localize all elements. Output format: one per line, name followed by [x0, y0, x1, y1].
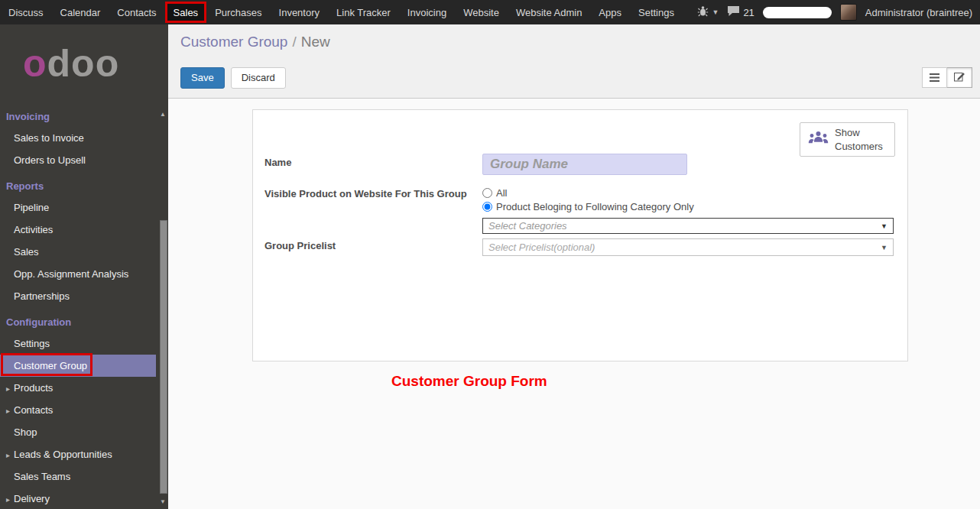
sidebar-item-activities[interactable]: Activities	[0, 219, 168, 241]
view-switcher	[922, 67, 972, 88]
chevron-right-icon: ▸	[6, 495, 14, 504]
group-name-input[interactable]	[482, 154, 687, 175]
avatar[interactable]	[840, 4, 857, 21]
sidebar-item-label: Orders to Upsell	[14, 154, 86, 166]
sidebar-item-label: Products	[14, 382, 53, 394]
sidebar-item-orders-to-upsell[interactable]: Orders to Upsell	[0, 149, 168, 171]
sidebar-item-pipeline[interactable]: Pipeline	[0, 196, 168, 219]
message-count: 21	[743, 7, 754, 18]
odoo-logo: odoo	[23, 43, 168, 85]
sidebar-section-configuration: Configuration	[0, 307, 168, 332]
messages-indicator[interactable]: 21	[727, 5, 754, 19]
systray-widget-pill	[763, 7, 832, 18]
sidebar-item-customer-group[interactable]: Customer Group	[0, 355, 156, 377]
radio-all-label: All	[496, 187, 507, 199]
sidebar-item-settings[interactable]: Settings	[0, 332, 168, 355]
show-customers-button[interactable]: Show Customers	[800, 122, 895, 157]
sidebar-item-label: Pipeline	[14, 202, 49, 213]
bug-icon	[697, 5, 709, 19]
sidebar-item-sales[interactable]: Sales	[0, 241, 168, 263]
dropdown-arrow-icon: ▼	[881, 244, 888, 251]
sidebar: odoo ▲ Invoicing Sales to Invoice Orders…	[0, 24, 168, 509]
radio-option-category-only[interactable]: Product Beloging to Following Category O…	[482, 201, 694, 212]
chat-bubble-icon	[727, 5, 740, 19]
sidebar-item-shop[interactable]: Shop	[0, 421, 168, 443]
sidebar-item-sales-to-invoice[interactable]: Sales to Invoice	[0, 127, 168, 149]
categories-placeholder: Select Categories	[488, 220, 567, 232]
scroll-up-arrow[interactable]: ▲	[160, 111, 166, 118]
sidebar-menu: Invoicing Sales to Invoice Orders to Ups…	[0, 102, 168, 509]
topbar-menu-purchases[interactable]: Purchases	[206, 0, 270, 24]
group-pricelist-label: Group Pricelist	[264, 240, 336, 251]
topbar-menu-discuss[interactable]: Discuss	[0, 0, 52, 24]
sidebar-item-products[interactable]: ▸Products	[0, 377, 168, 399]
save-button[interactable]: Save	[180, 67, 225, 89]
sidebar-item-label: Delivery	[14, 493, 50, 504]
radio-all-input[interactable]	[482, 188, 492, 198]
edit-form-icon	[954, 71, 965, 85]
form-view-button[interactable]	[947, 67, 972, 88]
pricelist-placeholder: Select Pricelist(optional)	[488, 242, 595, 253]
sidebar-item-label: Contacts	[14, 404, 53, 416]
sidebar-item-label: Sales	[14, 246, 39, 258]
topbar-menu-apps[interactable]: Apps	[590, 0, 630, 24]
show-customers-label: Show Customers	[835, 126, 887, 153]
breadcrumb-customer-group[interactable]: Customer Group	[180, 34, 287, 50]
control-panel: Customer Group/New Save Discard	[168, 24, 980, 99]
topbar-menu-calendar[interactable]: Calendar	[52, 0, 109, 24]
sidebar-item-label: Shop	[14, 426, 37, 438]
sidebar-item-contacts[interactable]: ▸Contacts	[0, 399, 168, 421]
list-icon	[930, 71, 939, 85]
topbar-menu-website-admin[interactable]: Website Admin	[508, 0, 590, 24]
sidebar-item-leads-opportunities[interactable]: ▸Leads & Opportunities	[0, 443, 168, 465]
radio-category-label: Product Beloging to Following Category O…	[496, 201, 694, 212]
chevron-down-icon: ▼	[712, 8, 719, 16]
pricelist-select[interactable]: Select Pricelist(optional) ▼	[482, 238, 894, 256]
dropdown-arrow-icon: ▼	[881, 222, 888, 230]
action-buttons: Save Discard	[180, 67, 286, 89]
scroll-down-arrow[interactable]: ▼	[160, 498, 166, 505]
sidebar-item-opp-assignment-analysis[interactable]: Opp. Assignment Analysis	[0, 263, 168, 285]
customers-group-icon	[808, 131, 829, 148]
topbar-menu-inventory[interactable]: Inventory	[271, 0, 328, 24]
topbar-menu-sales[interactable]: Sales	[165, 2, 207, 23]
chevron-right-icon: ▸	[6, 451, 14, 459]
sidebar-item-label: Activities	[14, 224, 53, 235]
breadcrumb: Customer Group/New	[180, 34, 330, 50]
sidebar-item-label: Customer Group	[14, 360, 87, 371]
breadcrumb-current: New	[301, 34, 330, 50]
topbar-menu-invoicing[interactable]: Invoicing	[399, 0, 455, 24]
sidebar-item-label: Partnerships	[14, 290, 70, 302]
sidebar-item-label: Opp. Assignment Analysis	[14, 268, 128, 280]
name-label: Name	[264, 157, 291, 168]
sidebar-section-reports: Reports	[0, 171, 168, 196]
list-view-button[interactable]	[922, 67, 947, 88]
topbar-menu-contacts[interactable]: Contacts	[109, 0, 164, 24]
sidebar-scrollbar-thumb[interactable]	[160, 220, 167, 494]
radio-category-input[interactable]	[482, 202, 492, 212]
debug-menu[interactable]: ▼	[697, 5, 719, 19]
sidebar-item-label: Leads & Opportunities	[14, 449, 112, 460]
main-area: Customer Group/New Save Discard	[168, 24, 980, 509]
breadcrumb-separator: /	[287, 34, 300, 50]
sidebar-item-label: Sales Teams	[14, 471, 70, 482]
sidebar-item-partnerships[interactable]: Partnerships	[0, 285, 168, 307]
sidebar-item-delivery[interactable]: ▸Delivery	[0, 488, 168, 509]
chevron-right-icon: ▸	[6, 407, 14, 415]
topbar-menu-link-tracker[interactable]: Link Tracker	[328, 0, 399, 24]
top-navbar: Discuss Calendar Contacts Sales Purchase…	[0, 0, 980, 24]
chevron-right-icon: ▸	[6, 384, 14, 393]
discard-button[interactable]: Discard	[231, 67, 286, 89]
topbar-menu-settings[interactable]: Settings	[630, 0, 683, 24]
form-view: Show Customers Name Visible Product on W…	[168, 99, 980, 509]
radio-option-all[interactable]: All	[482, 187, 507, 199]
sidebar-item-sales-teams[interactable]: Sales Teams	[0, 465, 168, 488]
sidebar-section-invoicing: Invoicing	[0, 102, 168, 127]
user-menu[interactable]: Administrator (braintree)	[865, 7, 972, 18]
app-window: Discuss Calendar Contacts Sales Purchase…	[0, 0, 980, 509]
sidebar-item-label: Sales to Invoice	[14, 132, 84, 144]
topbar-menu-website[interactable]: Website	[455, 0, 508, 24]
sidebar-item-label: Settings	[14, 338, 50, 349]
categories-select[interactable]: Select Categories ▼	[482, 218, 894, 234]
systray: ▼ 21 Administrator (braintree)	[697, 4, 980, 21]
